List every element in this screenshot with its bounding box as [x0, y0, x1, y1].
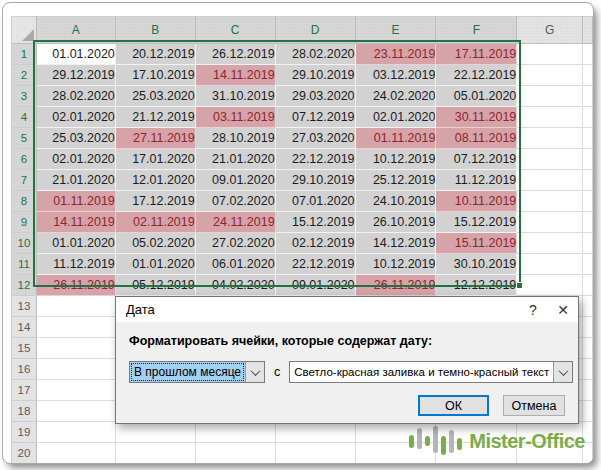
- row-header-12[interactable]: 12: [12, 275, 37, 296]
- cell[interactable]: [436, 464, 517, 465]
- cell[interactable]: 09.01.2020: [195, 170, 275, 191]
- column-header-G[interactable]: G: [517, 17, 583, 44]
- cell[interactable]: 15.12.2019: [275, 212, 355, 233]
- format-dropdown-value[interactable]: Светло-красная заливка и темно-красный т…: [290, 362, 553, 382]
- cell[interactable]: 25.03.2020: [115, 86, 195, 107]
- cell[interactable]: [275, 422, 355, 443]
- column-header-F[interactable]: F: [436, 17, 517, 44]
- cell[interactable]: 01.11.2019: [355, 128, 436, 149]
- cell[interactable]: 26.11.2019: [355, 275, 436, 296]
- cell[interactable]: [36, 296, 115, 317]
- close-icon[interactable]: ✕: [548, 302, 578, 318]
- cell[interactable]: [195, 464, 275, 465]
- cell[interactable]: [115, 464, 195, 465]
- row-header-16[interactable]: 16: [12, 359, 37, 380]
- cell[interactable]: 17.11.2019: [436, 44, 517, 65]
- row-header-14[interactable]: 14: [12, 317, 37, 338]
- cell[interactable]: 01.01.2020: [36, 44, 115, 65]
- cell[interactable]: 17.01.2020: [115, 149, 195, 170]
- cell[interactable]: [115, 443, 195, 464]
- cell[interactable]: 30.10.2019: [436, 254, 517, 275]
- cell[interactable]: 25.12.2019: [355, 170, 436, 191]
- cell[interactable]: 11.12.2019: [36, 254, 115, 275]
- cell[interactable]: [517, 65, 583, 86]
- cell[interactable]: 05.02.2020: [115, 233, 195, 254]
- cell[interactable]: 01.01.2020: [115, 254, 195, 275]
- cell[interactable]: 14.11.2019: [195, 65, 275, 86]
- cell[interactable]: 02.01.2020: [36, 107, 115, 128]
- cell[interactable]: [517, 212, 583, 233]
- chevron-down-icon[interactable]: [553, 362, 572, 382]
- dialog-titlebar[interactable]: Дата ? ✕: [116, 297, 578, 322]
- cell[interactable]: [517, 170, 583, 191]
- cell[interactable]: 21.01.2020: [195, 149, 275, 170]
- cell[interactable]: [517, 149, 583, 170]
- cell[interactable]: [517, 191, 583, 212]
- cell[interactable]: 15.11.2019: [436, 233, 517, 254]
- cell[interactable]: 07.12.2019: [275, 107, 355, 128]
- cell[interactable]: 22.12.2019: [436, 65, 517, 86]
- column-header-E[interactable]: E: [355, 17, 436, 44]
- cell[interactable]: 28.10.2019: [195, 128, 275, 149]
- cell[interactable]: [517, 107, 583, 128]
- cell[interactable]: 06.01.2020: [195, 254, 275, 275]
- cell[interactable]: 17.12.2019: [115, 191, 195, 212]
- row-header-5[interactable]: 5: [12, 128, 37, 149]
- cell[interactable]: [36, 401, 115, 422]
- row-header-7[interactable]: 7: [12, 170, 37, 191]
- cell[interactable]: 01.11.2019: [36, 191, 115, 212]
- condition-dropdown-value[interactable]: В прошлом месяце: [130, 362, 245, 382]
- cell[interactable]: 12.01.2020: [115, 170, 195, 191]
- cell[interactable]: 24.02.2020: [355, 86, 436, 107]
- cell[interactable]: 08.11.2019: [436, 128, 517, 149]
- cell[interactable]: [517, 464, 583, 465]
- cell[interactable]: 21.01.2020: [36, 170, 115, 191]
- cell[interactable]: 10.11.2019: [436, 191, 517, 212]
- column-header-A[interactable]: A: [36, 17, 115, 44]
- cell[interactable]: [517, 44, 583, 65]
- cell[interactable]: [517, 275, 583, 296]
- row-header-20[interactable]: 20: [12, 443, 37, 464]
- cell[interactable]: 20.12.2019: [115, 44, 195, 65]
- cell[interactable]: 02.12.2019: [275, 233, 355, 254]
- condition-dropdown[interactable]: В прошлом месяце: [129, 361, 265, 383]
- cancel-button[interactable]: Отмена: [503, 395, 565, 416]
- cell[interactable]: 05.12.2019: [115, 275, 195, 296]
- row-header-9[interactable]: 9: [12, 212, 37, 233]
- row-header-10[interactable]: 10: [12, 233, 37, 254]
- cell[interactable]: 07.12.2019: [436, 149, 517, 170]
- row-header-15[interactable]: 15: [12, 338, 37, 359]
- row-header-11[interactable]: 11: [12, 254, 37, 275]
- cell[interactable]: 09.01.2020: [275, 275, 355, 296]
- cell[interactable]: 27.11.2019: [115, 128, 195, 149]
- cell[interactable]: 26.12.2019: [195, 44, 275, 65]
- row-header-2[interactable]: 2: [12, 65, 37, 86]
- cell[interactable]: 27.03.2020: [275, 128, 355, 149]
- cell[interactable]: 29.10.2019: [275, 170, 355, 191]
- row-header-21[interactable]: 21: [12, 464, 37, 465]
- cell[interactable]: [36, 359, 115, 380]
- column-header-C[interactable]: C: [195, 17, 275, 44]
- cell[interactable]: 26.10.2019: [355, 212, 436, 233]
- cell[interactable]: [517, 128, 583, 149]
- row-header-13[interactable]: 13: [12, 296, 37, 317]
- cell[interactable]: 22.12.2019: [275, 149, 355, 170]
- cell[interactable]: [36, 338, 115, 359]
- cell[interactable]: 31.10.2019: [195, 86, 275, 107]
- cell[interactable]: 23.11.2019: [355, 44, 436, 65]
- column-header-B[interactable]: B: [115, 17, 195, 44]
- cell[interactable]: [517, 86, 583, 107]
- cell[interactable]: 03.12.2019: [355, 65, 436, 86]
- cell[interactable]: 27.02.2020: [195, 233, 275, 254]
- cell[interactable]: [36, 317, 115, 338]
- cell[interactable]: [115, 422, 195, 443]
- cell[interactable]: 24.10.2019: [355, 191, 436, 212]
- cell[interactable]: [517, 254, 583, 275]
- cell[interactable]: 03.11.2019: [195, 107, 275, 128]
- cell[interactable]: 04.02.2020: [195, 275, 275, 296]
- cell[interactable]: 07.01.2020: [275, 191, 355, 212]
- cell[interactable]: 05.01.2020: [436, 86, 517, 107]
- cell[interactable]: [355, 464, 436, 465]
- cell[interactable]: 14.11.2019: [36, 212, 115, 233]
- chevron-down-icon[interactable]: [245, 362, 264, 382]
